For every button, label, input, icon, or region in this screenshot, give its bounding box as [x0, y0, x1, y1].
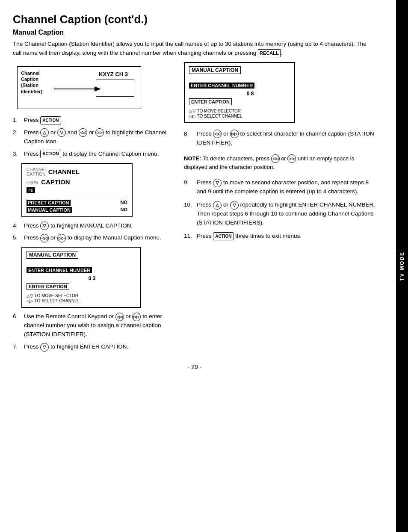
channel-box — [96, 80, 134, 97]
step-9: 9. Press ▽ to move to second character p… — [184, 178, 376, 196]
intro-paragraph: The Channel Caption (Station Identifier)… — [13, 40, 376, 58]
manual-menu-title: MANUAL CAPTION — [27, 251, 78, 259]
step-6: 6. Use the Remote Control Keypad or ◁◁ o… — [13, 312, 175, 339]
page-title: Channel Caption (cont'd.) — [13, 13, 376, 26]
right-btn-note: ▷▷ — [287, 154, 296, 163]
menu-channel-num: 46 — [27, 187, 35, 193]
channel-number-display: 0 3 — [48, 275, 136, 281]
step-5-num: 5. — [13, 233, 21, 242]
left-btn-2: ◁◁ — [79, 128, 87, 137]
down-btn-2: ▽ — [57, 128, 66, 137]
menu-manual-row: MANUAL CAPTION NO — [27, 207, 127, 213]
sidebar-tab: TV MODE — [396, 0, 408, 532]
channel-diagram: ChannelCaption(StationIdentifier) KXYZ C… — [17, 66, 141, 109]
right-btn-2: ▷▷ — [95, 128, 104, 137]
step-11: 11. Press ACTION three times to exit men… — [184, 232, 376, 241]
right-menu-title-row: MANUAL CAPTION — [189, 66, 290, 78]
step-3: 3. Press ACTION to display the Channel C… — [13, 150, 175, 159]
step-4-content: Press ▽ to highlight MANUAL CAPTION. — [24, 222, 175, 231]
main-content: Channel Caption (cont'd.) Manual Caption… — [0, 0, 385, 532]
step-3-num: 3. — [13, 150, 21, 159]
step-5-content: Press ◁◁ or ▷▷ to display the Manual Cap… — [24, 233, 175, 242]
menu-channel-caption-title: CHANNEL — [48, 168, 80, 175]
step-10-content: Press △ or ▽ repeatedly to highlight ENT… — [197, 201, 376, 228]
left-btn-6: ◁◁ — [115, 313, 124, 321]
step-8: 8. Press ◁◁ or ▷▷ to select first charac… — [184, 130, 376, 148]
menu-header-row: CHANNELCAPTION CHANNEL — [27, 167, 127, 177]
step-8-content: Press ◁◁ or ▷▷ to select first character… — [197, 130, 376, 148]
menu-caption-text: CAPTION — [41, 178, 70, 186]
left-btn-8: ◁◁ — [213, 130, 222, 138]
two-column-layout: ChannelCaption(StationIdentifier) KXYZ C… — [13, 62, 376, 355]
step-10: 10. Press △ or ▽ repeatedly to highlight… — [184, 201, 376, 228]
step-1: 1. Press ACTION. — [13, 116, 175, 125]
intro-text: The Channel Caption (Station Identifier)… — [13, 41, 367, 56]
down-btn-9: ▽ — [213, 179, 222, 187]
manual-caption-value: NO — [121, 207, 128, 213]
right-btn-8: ▷▷ — [230, 130, 239, 138]
enter-channel-row: ENTER CHANNEL NUMBER — [27, 266, 136, 274]
note-label: NOTE: — [184, 155, 201, 162]
step-10-num: 10. — [184, 201, 193, 210]
step-4: 4. Press ▽ to highlight MANUAL CAPTION. — [13, 222, 175, 231]
sidebar-tab-text: TV MODE — [399, 251, 405, 281]
right-enter-caption-row: ENTER CAPTION — [189, 98, 290, 107]
page-container: Channel Caption (cont'd.) Manual Caption… — [0, 0, 408, 532]
right-enter-channel-label: ENTER CHANNEL NUMBER — [189, 83, 254, 89]
action-btn-3: ACTION — [40, 150, 61, 158]
down-btn-7: ▽ — [40, 343, 49, 352]
left-btn-5: ◁◁ — [40, 234, 49, 242]
step-6-content: Use the Remote Control Keypad or ◁◁ or ▷… — [24, 312, 175, 339]
left-column: ChannelCaption(StationIdentifier) KXYZ C… — [13, 62, 175, 355]
up-btn-10: △ — [213, 201, 222, 210]
select-channel-line: ◁▷ TO SELECT CHANNEL — [27, 299, 136, 303]
page-number: - 29 - — [13, 364, 376, 370]
step-5: 5. Press ◁◁ or ▷▷ to display the Manual … — [13, 233, 175, 242]
manual-caption-menu-box: MANUAL CAPTION ENTER CHANNEL NUMBER 0 3 … — [21, 247, 141, 308]
down-btn-10: ▽ — [230, 201, 239, 210]
right-select-channel: ◁▷ TO SELECT CHANNEL — [189, 114, 290, 118]
right-btn-5: ▷▷ — [57, 234, 66, 242]
channel-caption-label: ChannelCaption(StationIdentifier) — [21, 70, 42, 95]
page-subtitle: Manual Caption — [13, 29, 376, 36]
right-enter-caption-label: ENTER CAPTION — [189, 98, 232, 105]
right-steps: 8. Press ◁◁ or ▷▷ to select first charac… — [184, 130, 376, 241]
menu-channel-num-row: 46 — [27, 186, 127, 193]
recall-button-label: RECALL — [258, 49, 281, 57]
right-enter-channel-row: ENTER CHANNEL NUMBER — [189, 82, 290, 89]
step-7: 7. Press ▽ to highlight ENTER CAPTION. — [13, 343, 175, 352]
action-btn-11: ACTION — [213, 232, 234, 241]
step-9-content: Press ▽ to move to second character posi… — [197, 178, 376, 196]
menu-preset-row: PRESET CAPTION NO — [27, 200, 127, 206]
step-2: 2. Press △ or ▽ and ◁◁ or ▷▷ to highligh… — [13, 128, 175, 146]
up-btn-2: △ — [40, 128, 49, 137]
step-4-num: 4. — [13, 222, 21, 231]
kxyz-label: KXYZ CH 3 — [99, 71, 128, 77]
enter-channel-label: ENTER CHANNEL NUMBER — [27, 267, 92, 273]
step-9-num: 9. — [184, 178, 193, 187]
action-btn-1: ACTION — [40, 116, 61, 125]
right-menu-title: MANUAL CAPTION — [189, 66, 241, 74]
left-btn-note: ◁◁ — [271, 154, 280, 163]
step-1-content: Press ACTION. — [24, 116, 175, 125]
preset-caption-label: PRESET CAPTION — [27, 200, 71, 206]
step-6-num: 6. — [13, 312, 21, 321]
right-column: MANUAL CAPTION ENTER CHANNEL NUMBER 0 8 … — [184, 62, 376, 355]
down-btn-4: ▽ — [40, 222, 49, 230]
enter-caption-row: ENTER CAPTION — [27, 283, 136, 292]
manual-caption-label: MANUAL CAPTION — [27, 207, 72, 213]
note-block: NOTE: To delete characters, press ◁◁ or … — [184, 152, 376, 174]
preset-caption-value: NO — [121, 200, 128, 206]
right-btn-6: ▷▷ — [132, 313, 141, 321]
step-7-num: 7. — [13, 343, 21, 352]
step-11-content: Press ACTION three times to exit menus. — [197, 232, 376, 241]
manual-menu-title-row: MANUAL CAPTION — [27, 251, 136, 263]
step-1-num: 1. — [13, 116, 21, 125]
enter-caption-label: ENTER CAPTION — [27, 283, 69, 290]
arrow-svg — [54, 85, 101, 93]
right-move-selector: △▽ TO MOVE SELECTOR — [189, 109, 290, 113]
step-11-num: 11. — [184, 232, 193, 241]
svg-marker-1 — [95, 86, 101, 92]
right-channel-number: 0 8 — [210, 91, 290, 97]
menu-caption-label-small: CHANNELCAPTION — [27, 167, 47, 177]
